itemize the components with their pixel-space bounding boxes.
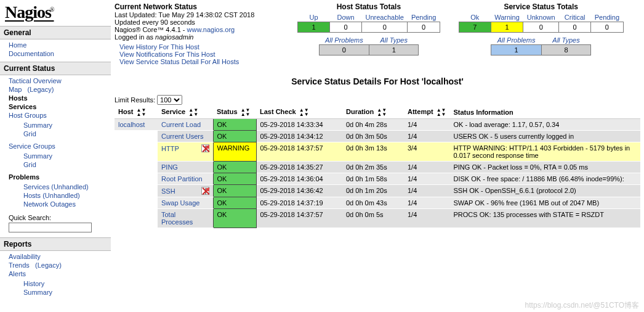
totals-col-link[interactable]: Critical [565,14,586,21]
table-header[interactable]: Service ▲▼▲▼ [158,106,213,119]
sidebar-section-header: Current Status [0,62,111,75]
info-cell: DISK OK - free space: / 11886 MB (66.48%… [449,173,640,185]
totals-value[interactable]: 0 [330,22,362,33]
last-check-cell: 05-29-2018 14:35:27 [256,162,342,173]
service-link[interactable]: HTTP [161,145,179,152]
service-link[interactable]: Swap Usage [161,199,199,207]
sidebar-sublink[interactable]: Summary [23,152,52,160]
sidebar-sublink[interactable]: Services (Unhandled) [23,183,89,191]
table-header[interactable]: Host ▲▼▲▼ [115,106,158,119]
totals-value[interactable]: 0 [319,45,369,55]
sidebar-item: Hosts [9,94,111,102]
status-block: Current Network Status Last Updated: Tue… [115,2,272,65]
totals-value[interactable]: 1 [491,45,542,55]
status-cell: WARNING [213,142,256,162]
totals-value[interactable]: 0 [408,22,440,33]
table-row: HTTPWARNING05-29-2018 14:37:570d 0h 3m 1… [115,142,640,162]
sidebar-sublink[interactable]: History [23,280,44,287]
table-header[interactable]: Status ▲▼▲▼ [213,106,256,119]
sidebar-link[interactable]: Host Groups [9,112,47,119]
sidebar-sublink[interactable]: Network Outages [23,200,76,208]
sidebar-item: Tactical Overview [9,76,111,85]
duration-cell: 0d 0h 0m 43s [342,197,404,209]
last-check-cell: 05-29-2018 14:37:57 [256,142,342,162]
sidebar-section-header: Reports [0,237,111,251]
totals-col-link[interactable]: Up [309,14,318,21]
service-link[interactable]: Total Processes [161,211,209,226]
service-link[interactable]: Current Users [161,133,203,140]
status-update-every: Updated every 90 seconds [115,18,272,26]
sidebar-link[interactable]: Map [9,86,22,93]
host-link[interactable]: localhost [118,121,145,128]
sidebar-sublink[interactable]: Hosts (Unhandled) [23,192,80,199]
attempt-cell: 3/4 [404,142,449,162]
info-cell: PING OK - Packet loss = 0%, RTA = 0.05 m… [449,162,640,173]
totals-col-link[interactable]: Pending [595,14,619,21]
last-check-cell: 05-29-2018 14:33:34 [256,119,342,131]
service-link[interactable]: Current Load [161,121,201,128]
last-check-cell: 05-29-2018 14:36:42 [256,185,342,197]
status-link[interactable]: View History For This Host [119,43,272,51]
service-link[interactable]: Root Partition [161,175,203,183]
sidebar-link[interactable]: Alerts [9,270,26,277]
table-row: SSHOK05-29-2018 14:36:420d 0h 1m 20s1/4S… [115,185,640,197]
quick-search-input[interactable] [9,223,92,232]
totals-value[interactable]: 1 [298,22,330,33]
table-header[interactable]: Duration ▲▼▲▼ [342,106,404,119]
limit-select[interactable]: 100 [157,95,182,105]
sidebar-sublink[interactable]: Grid [23,130,36,138]
totals-value[interactable]: 0 [559,22,591,33]
sidebar-item: Services [9,102,111,111]
totals-col-link[interactable]: Unknown [527,14,555,21]
no-notify-icon [201,144,209,152]
totals-col-link[interactable]: Down [337,14,354,21]
product-link[interactable]: www.nagios.org [187,26,235,33]
attempt-cell: 1/4 [404,131,449,142]
sidebar-link[interactable]: Home [9,41,26,49]
table-row: PINGOK05-29-2018 14:35:270d 0h 2m 35s1/4… [115,162,640,173]
sidebar-item: Home [9,41,111,49]
page-title: Service Status Details For Host 'localho… [115,76,640,86]
duration-cell: 0d 0h 3m 13s [342,142,404,162]
totals-value[interactable]: 0 [591,22,623,33]
sidebar-sublink[interactable]: Summary [23,289,52,296]
quick-search-label: Quick Search: [0,212,111,221]
status-link[interactable]: View Service Status Detail For All Hosts [119,58,272,65]
sidebar-link[interactable]: Tactical Overview [9,77,62,84]
table-row: Root PartitionOK05-29-2018 14:36:040d 0h… [115,173,640,185]
sidebar-link[interactable]: Trends [9,261,30,269]
totals-value[interactable]: 1 [369,45,419,55]
brand-sup: ® [50,6,54,13]
sidebar-sublink[interactable]: Summary [23,121,52,129]
totals-value[interactable]: 1 [491,22,523,33]
sidebar-link[interactable]: Availability [9,253,41,260]
service-totals: Service Status Totals OkWarningUnknownCr… [459,2,624,55]
info-cell: PROCS OK: 135 processes with STATE = RSZ… [449,209,640,228]
table-header[interactable]: Attempt ▲▼▲▼ [404,106,449,119]
sidebar-item: Trends (Legacy) [9,261,111,269]
sidebar-section-header: General [0,26,111,39]
table-header[interactable]: Last Check ▲▼▲▼ [256,106,342,119]
totals-col-link[interactable]: Unreachable [366,14,404,21]
table-row: Swap UsageOK05-29-2018 14:37:190d 0h 0m … [115,197,640,209]
totals-col-link[interactable]: Warning [494,14,520,21]
sidebar-item: Host Groups [9,111,111,120]
host-totals-title: Host Status Totals [297,2,440,11]
sidebar-sublink[interactable]: Grid [23,161,36,168]
service-link[interactable]: SSH [161,187,175,195]
totals-value[interactable]: 0 [362,22,408,33]
totals-value[interactable]: 0 [523,22,559,33]
totals-col-link[interactable]: Pending [411,14,436,21]
sidebar-item: Availability [9,252,111,261]
duration-cell: 0d 0h 0m 5s [342,209,404,228]
sidebar-link[interactable]: Documentation [9,50,54,57]
status-link[interactable]: View Notifications For This Host [119,51,272,58]
sidebar-link[interactable]: Service Groups [9,142,55,150]
totals-col-link[interactable]: Ok [470,14,479,21]
attempt-cell: 1/4 [404,162,449,173]
service-totals-table: OkWarningUnknownCriticalPending71000 [459,12,624,33]
sidebar: Nagios® GeneralHomeDocumentationCurrent … [0,0,111,300]
service-link[interactable]: PING [161,163,178,171]
totals-value[interactable]: 7 [459,22,491,33]
totals-value[interactable]: 8 [542,45,591,55]
